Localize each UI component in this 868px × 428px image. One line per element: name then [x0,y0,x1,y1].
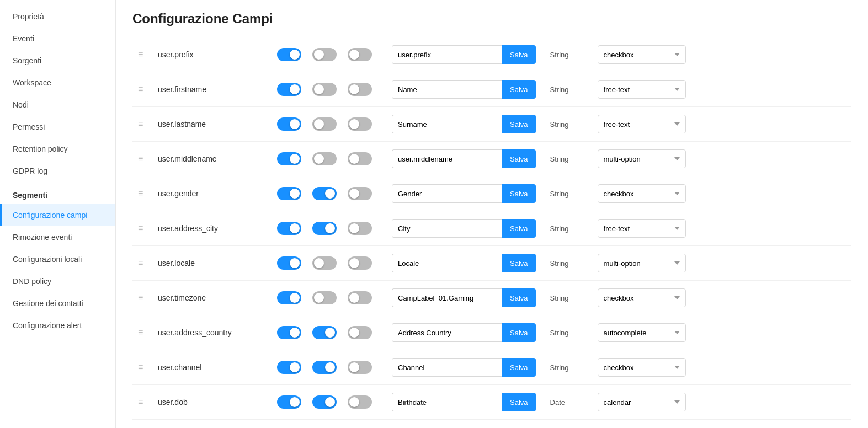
drag-handle-icon[interactable]: ≡ [138,223,149,233]
toggle-1[interactable] [277,83,301,96]
toggle-2[interactable] [312,222,337,235]
page-title: Configurazione Campi [132,11,851,26]
toggle-1[interactable] [277,291,301,304]
toggle-1[interactable] [277,48,301,61]
toggle-2[interactable] [312,395,337,409]
field-value-input[interactable] [392,115,502,133]
field-type-select[interactable]: checkboxfree-textmulti-optionautocomplet… [598,115,686,133]
field-name-label: user.gender [158,189,268,198]
field-input-group: Salva [392,149,536,168]
field-type-select[interactable]: checkboxfree-textmulti-optionautocomplet… [598,288,686,307]
toggle-3[interactable] [348,361,372,374]
field-value-input[interactable] [392,358,502,377]
drag-handle-icon[interactable]: ≡ [138,50,149,60]
drag-handle-icon[interactable]: ≡ [138,258,149,268]
sidebar-item-gdpr-log[interactable]: GDPR log [0,160,115,182]
field-value-input[interactable] [392,393,502,411]
toggle-3[interactable] [348,291,372,304]
field-type-select[interactable]: checkboxfree-textmulti-optionautocomplet… [598,358,686,377]
salva-button[interactable]: Salva [502,184,536,203]
toggle-3[interactable] [348,187,372,200]
field-value-input[interactable] [392,149,502,168]
sidebar-item-proprieta[interactable]: Proprietà [0,6,115,28]
drag-handle-icon[interactable]: ≡ [138,154,149,164]
field-type-select[interactable]: checkboxfree-textmulti-optionautocomplet… [598,323,686,342]
table-row: ≡user.genderSalvaStringcheckboxfree-text… [132,176,851,211]
field-value-input[interactable] [392,288,502,307]
toggle-2[interactable] [312,256,337,270]
toggle-3[interactable] [348,222,372,235]
sidebar-item-nodi[interactable]: Nodi [0,94,115,116]
field-value-input[interactable] [392,184,502,203]
salva-button[interactable]: Salva [502,115,536,133]
table-row: ≡user.channelSalvaStringcheckboxfree-tex… [132,350,851,385]
field-name-label: user.dob [158,398,268,406]
field-type-select[interactable]: checkboxfree-textmulti-optionautocomplet… [598,254,686,272]
sidebar-item-permessi[interactable]: Permessi [0,116,115,138]
sidebar-item-sorgenti[interactable]: Sorgenti [0,50,115,72]
field-type-select[interactable]: checkboxfree-textmulti-optionautocomplet… [598,184,686,203]
sidebar-item-retention-policy[interactable]: Retention policy [0,138,115,160]
field-value-input[interactable] [392,219,502,238]
toggle-3[interactable] [348,152,372,165]
sidebar-item-configurazione-alert[interactable]: Configurazione alert [0,314,115,336]
toggle-1[interactable] [277,222,301,235]
sidebar-item-configurazioni-locali[interactable]: Configurazioni locali [0,248,115,270]
salva-button[interactable]: Salva [502,288,536,307]
toggle-1[interactable] [277,117,301,131]
field-value-input[interactable] [392,45,502,64]
salva-button[interactable]: Salva [502,254,536,272]
toggle-1[interactable] [277,361,301,374]
toggle-1[interactable] [277,187,301,200]
toggle-1[interactable] [277,256,301,270]
drag-handle-icon[interactable]: ≡ [138,328,149,338]
toggle-2[interactable] [312,48,337,61]
field-value-input[interactable] [392,323,502,342]
field-type-select[interactable]: checkboxfree-textmulti-optionautocomplet… [598,219,686,238]
toggle-3[interactable] [348,48,372,61]
toggle-3[interactable] [348,256,372,270]
sidebar-item-rimozione-eventi[interactable]: Rimozione eventi [0,226,115,248]
toggle-1[interactable] [277,326,301,339]
drag-handle-icon[interactable]: ≡ [138,293,149,303]
sidebar-item-eventi[interactable]: Eventi [0,28,115,50]
toggle-2[interactable] [312,117,337,131]
toggle-3[interactable] [348,117,372,131]
toggle-1[interactable] [277,152,301,165]
field-type-select[interactable]: checkboxfree-textmulti-optionautocomplet… [598,80,686,99]
salva-button[interactable]: Salva [502,219,536,238]
field-input-group: Salva [392,393,536,411]
sidebar-item-dnd-policy[interactable]: DND policy [0,270,115,292]
salva-button[interactable]: Salva [502,149,536,168]
salva-button[interactable]: Salva [502,80,536,99]
toggle-1[interactable] [277,395,301,409]
field-value-input[interactable] [392,254,502,272]
toggle-3[interactable] [348,395,372,409]
field-type-select[interactable]: checkboxfree-textmulti-optionautocomplet… [598,45,686,64]
salva-button[interactable]: Salva [502,323,536,342]
drag-handle-icon[interactable]: ≡ [138,189,149,199]
toggle-2[interactable] [312,361,337,374]
toggle-2[interactable] [312,326,337,339]
sidebar-item-workspace[interactable]: Workspace [0,72,115,94]
toggle-3[interactable] [348,326,372,339]
salva-button[interactable]: Salva [502,358,536,377]
salva-button[interactable]: Salva [502,393,536,411]
toggle-3[interactable] [348,83,372,96]
toggle-2[interactable] [312,152,337,165]
drag-handle-icon[interactable]: ≡ [138,397,149,407]
sidebar-item-configurazione-campi[interactable]: Configurazione campi [0,204,115,226]
field-type-select[interactable]: checkboxfree-textmulti-optionautocomplet… [598,149,686,168]
field-type-select[interactable]: checkboxfree-textmulti-optionautocomplet… [598,393,686,411]
drag-handle-icon[interactable]: ≡ [138,362,149,372]
field-value-input[interactable] [392,80,502,99]
field-name-label: user.prefix [158,50,268,59]
toggle-2[interactable] [312,291,337,304]
sidebar-item-gestione-contatti[interactable]: Gestione dei contatti [0,292,115,314]
toggle-2[interactable] [312,187,337,200]
salva-button[interactable]: Salva [502,45,536,64]
toggle-2[interactable] [312,83,337,96]
drag-handle-icon[interactable]: ≡ [138,84,149,94]
drag-handle-icon[interactable]: ≡ [138,119,149,129]
toggle-group [277,326,372,339]
